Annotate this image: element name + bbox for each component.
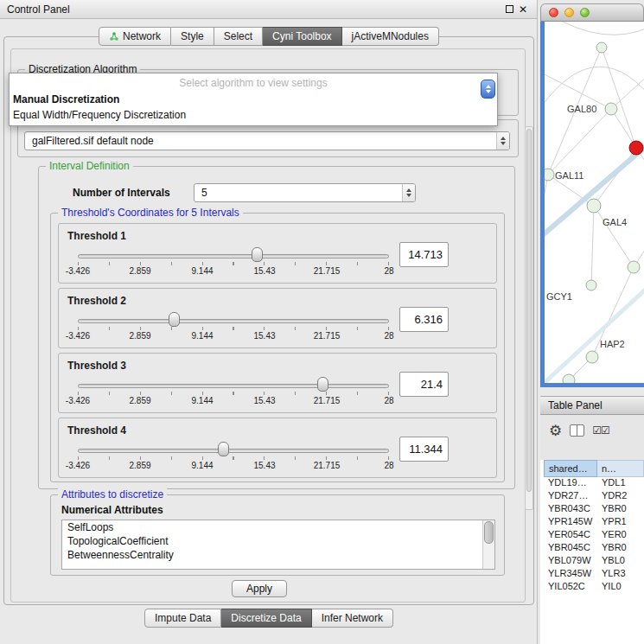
- threshold-value-field[interactable]: 6.316: [399, 307, 449, 332]
- select-columns-icon[interactable]: ☑☑: [592, 425, 609, 436]
- tab-discretize-data[interactable]: Discretize Data: [221, 609, 311, 628]
- settings-scrollbar[interactable]: [525, 126, 533, 510]
- thresholds-group: Threshold's Coordinates for 5 Intervals …: [50, 213, 505, 482]
- close-icon[interactable]: ✕: [516, 3, 530, 16]
- slider-track[interactable]: [78, 384, 389, 388]
- cell-name: YPR1: [597, 516, 644, 529]
- apply-button[interactable]: Apply: [232, 580, 287, 597]
- threshold-slider[interactable]: -3.426 2.859 9.144 15.43 21.715 28: [78, 246, 389, 281]
- table-panel-title: Table Panel: [548, 399, 603, 411]
- tab-select[interactable]: Select: [214, 27, 263, 46]
- tab-impute-data[interactable]: Impute Data: [144, 609, 221, 628]
- table-row[interactable]: YBL079W YBL0: [540, 555, 644, 568]
- slider-thumb[interactable]: [218, 442, 229, 456]
- slider-scale: -3.426 2.859 9.144 15.43 21.715 28: [78, 266, 389, 277]
- threshold-label: Threshold 1: [67, 230, 126, 242]
- network-icon: [109, 31, 119, 41]
- scrollbar-thumb[interactable]: [526, 129, 532, 492]
- tab-cyni-toolbox[interactable]: Cyni Toolbox: [263, 27, 341, 46]
- threshold-panel: Threshold 4 -3.426 2.859 9.144 15.43 21.…: [58, 418, 497, 478]
- panel-title: Control Panel: [7, 3, 70, 16]
- table-row[interactable]: YLR345W YLR3: [540, 568, 644, 581]
- numerical-attributes-list[interactable]: SelfLoops TopologicalCoefficient Between…: [61, 520, 495, 570]
- interval-definition-title: Interval Definition: [46, 160, 133, 172]
- slider-ticks: [78, 327, 389, 330]
- list-item[interactable]: SelfLoops: [62, 520, 494, 534]
- minimize-traffic-light[interactable]: [564, 8, 574, 17]
- slider-ticks: [78, 392, 389, 395]
- zoom-traffic-light[interactable]: [580, 8, 590, 17]
- tab-network[interactable]: Network: [99, 27, 171, 46]
- list-scrollbar[interactable]: [482, 520, 494, 569]
- menu-item-equal-width-frequency[interactable]: Equal Width/Frequency Discretization: [10, 107, 497, 123]
- slider-thumb[interactable]: [169, 312, 180, 327]
- cell-name: YDR2: [597, 490, 644, 503]
- table-row[interactable]: YER054C YER0: [540, 529, 644, 542]
- cell-shared-name: YER054C: [544, 529, 597, 542]
- number-of-intervals-combo[interactable]: 5: [194, 183, 416, 202]
- threshold-slider[interactable]: -3.426 2.859 9.144 15.43 21.715 28: [78, 311, 389, 346]
- network-view-window: GAL80GAL11GAL4GCY1HAP2: [540, 3, 644, 387]
- table-row[interactable]: YDR27… YDR2: [540, 490, 644, 503]
- threshold-value-field[interactable]: 14.713: [399, 242, 449, 267]
- table-panel-header: Table Panel: [540, 396, 644, 415]
- slider-thumb[interactable]: [317, 377, 328, 392]
- menu-item-manual-discretization[interactable]: Manual Discretization: [10, 92, 497, 107]
- network-node-label[interactable]: GAL11: [555, 170, 583, 181]
- slider-ticks: [78, 262, 389, 265]
- threshold-value-field[interactable]: 21.4: [399, 372, 449, 397]
- slider-scale: -3.426 2.859 9.144 15.43 21.715 28: [78, 331, 389, 341]
- table-row[interactable]: YBR045C YBR0: [540, 542, 644, 555]
- slider-track[interactable]: [78, 449, 389, 453]
- table-row[interactable]: YBR043C YBR0: [540, 503, 644, 516]
- cell-name: YBR0: [597, 542, 644, 555]
- tab-style[interactable]: Style: [171, 27, 214, 46]
- gear-icon[interactable]: ⚙: [549, 424, 562, 438]
- threshold-label: Threshold 3: [67, 360, 126, 372]
- threshold-panel: Threshold 2 -3.426 2.859 9.144 15.43 21.…: [58, 288, 497, 348]
- tab-jactivemnodules[interactable]: jActiveMNodules: [342, 27, 439, 46]
- cell-shared-name: YDR27…: [544, 490, 597, 503]
- slider-track[interactable]: [78, 254, 389, 258]
- tab-infer-network[interactable]: Infer Network: [312, 609, 393, 628]
- threshold-slider[interactable]: -3.426 2.859 9.144 15.43 21.715 28: [78, 376, 389, 411]
- threshold-panel: Threshold 3 -3.426 2.859 9.144 15.43 21.…: [58, 353, 497, 413]
- algorithm-combo-stepper[interactable]: [481, 80, 495, 99]
- network-window-titlebar: [540, 3, 644, 22]
- threshold-value-field[interactable]: 11.344: [399, 437, 449, 462]
- float-window-icon[interactable]: [502, 3, 516, 16]
- cell-shared-name: YBR043C: [544, 503, 597, 516]
- close-traffic-light[interactable]: [549, 8, 558, 17]
- scrollbar-thumb[interactable]: [484, 521, 494, 544]
- table-row[interactable]: YDL19… YDL1: [540, 477, 644, 490]
- attributes-group: Attributes to discretize Numerical Attri…: [50, 494, 505, 576]
- threshold-label: Threshold 2: [67, 295, 126, 307]
- threshold-panel: Threshold 1 -3.426 2.859 9.144 15.43 21.…: [58, 223, 497, 284]
- cell-shared-name: YBR045C: [544, 542, 597, 555]
- list-item[interactable]: BetweennessCentrality: [62, 548, 494, 562]
- column-header-shared-name[interactable]: shared…: [544, 460, 597, 477]
- network-node-label[interactable]: HAP2: [600, 339, 625, 349]
- columns-icon[interactable]: [570, 424, 584, 437]
- cell-name: YLR3: [597, 568, 644, 581]
- column-header-name[interactable]: n…: [597, 460, 644, 477]
- combo-stepper-icon[interactable]: [496, 132, 509, 150]
- threshold-slider[interactable]: -3.426 2.859 9.144 15.43 21.715 28: [78, 441, 389, 475]
- network-node-label[interactable]: GCY1: [546, 291, 572, 302]
- combo-stepper-icon[interactable]: [402, 184, 415, 201]
- slider-scale: -3.426 2.859 9.144 15.43 21.715 28: [78, 461, 389, 471]
- network-node-label[interactable]: GAL80: [567, 104, 596, 114]
- node-table: shared… n… YDL19… YDL1 YDR27… YDR2: [540, 460, 644, 644]
- table-panel: ⚙ ☑☑ shared… n… YDL19… YDL1 YDR27…: [540, 415, 644, 644]
- table-data-combo[interactable]: galFiltered.sif default node: [24, 131, 510, 150]
- list-item[interactable]: TopologicalCoefficient: [62, 534, 494, 548]
- network-node-label[interactable]: GAL4: [603, 217, 627, 227]
- slider-track[interactable]: [78, 319, 389, 323]
- numerical-attributes-label: Numerical Attributes: [61, 504, 163, 516]
- slider-thumb[interactable]: [252, 247, 263, 262]
- cell-name: YDL1: [597, 477, 644, 490]
- control-panel-titlebar: Control Panel ✕: [0, 0, 537, 19]
- network-canvas[interactable]: GAL80GAL11GAL4GCY1HAP2: [540, 22, 644, 387]
- table-row[interactable]: YIL052C YIL0: [540, 581, 644, 594]
- table-row[interactable]: YPR145W YPR1: [540, 516, 644, 529]
